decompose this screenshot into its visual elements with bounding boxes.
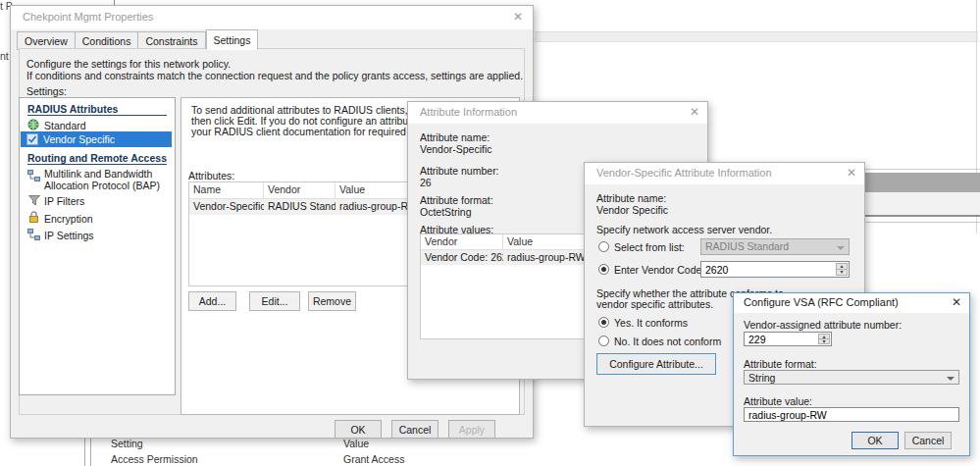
attribute-name-label: Attribute name: [596, 192, 666, 204]
attribute-format-label: Attribute format: [420, 194, 493, 206]
properties-dialog-title: Chekpoint Mgmt Properties [23, 11, 153, 23]
vendor-code-input-wrap: ▴ ▾ [700, 261, 850, 278]
configure-attribute-button[interactable]: Configure Attribute... [596, 353, 716, 375]
column-header-vendor[interactable]: Vendor [421, 234, 503, 249]
close-icon[interactable]: ✕ [690, 106, 699, 118]
select-from-list-label[interactable]: Select from list: [614, 241, 685, 253]
desktop: t P nt Setting Value Access Permission G… [0, 0, 980, 466]
tree-item-vendor-specific-label: Vendor Specific [43, 133, 115, 145]
remove-button[interactable]: Remove [308, 291, 356, 311]
tree-item-vendor-specific[interactable]: Vendor Specific [21, 131, 172, 147]
background-value-header: Value [343, 438, 369, 449]
globe-icon [27, 119, 39, 130]
enter-vendor-code-label[interactable]: Enter Vendor Code: [614, 264, 704, 276]
number-spinner[interactable]: ▴ ▾ [818, 334, 830, 344]
vendor-code-input[interactable] [703, 263, 833, 277]
vendor-specific-icon [26, 133, 38, 145]
cancel-button[interactable]: Cancel [904, 432, 952, 449]
attribute-info-title: Attribute Information [420, 106, 517, 118]
filter-icon [28, 195, 40, 206]
intro-text: Configure the settings for this network … [26, 58, 231, 70]
intro-text: If conditions and constraints match the … [26, 70, 523, 81]
spinner-down-icon[interactable]: ▾ [818, 338, 830, 344]
attribute-format-dropdown[interactable]: String [744, 370, 959, 385]
settings-tree: RADIUS Attributes Standard Vendor Specif… [19, 97, 176, 395]
column-header-name[interactable]: Name [189, 182, 264, 198]
attribute-value-label: Attribute value: [744, 395, 812, 407]
configure-vsa-dialog: Configure VSA (RFC Compliant) ✕ Vendor-a… [733, 292, 970, 456]
vendor-dropdown[interactable]: RADIUS Standard [700, 238, 850, 255]
ok-button[interactable]: OK [851, 432, 899, 449]
attribute-value-input[interactable] [747, 408, 956, 422]
background-grant-access-cell: Grant Access [343, 453, 404, 465]
vendor-assigned-number-label: Vendor-assigned attribute number: [744, 319, 902, 331]
tab-strip: Overview Conditions Constraints Settings [17, 29, 258, 50]
tree-item-encryption[interactable]: Encryption [44, 213, 93, 225]
vendor-prompt: Specify network access server vendor. [596, 224, 772, 235]
select-from-list-radio[interactable] [598, 241, 609, 252]
tree-item-multilink[interactable]: Multilink and Bandwidth [44, 168, 152, 180]
tree-item-ip-settings[interactable]: IP Settings [44, 230, 94, 241]
add-button[interactable]: Add... [188, 291, 236, 311]
attribute-name-label: Attribute name: [420, 131, 490, 143]
settings-label: Settings: [26, 85, 67, 97]
network-icon [27, 170, 40, 181]
attribute-format-label: Attribute format: [744, 358, 817, 370]
routing-remote-access-header: Routing and Remote Access [27, 152, 167, 165]
background-access-permission-cell: Access Permission [111, 453, 198, 465]
edit-button[interactable]: Edit... [249, 291, 300, 311]
vendor-assigned-number-input[interactable] [747, 333, 815, 346]
tab-settings[interactable]: Settings [206, 29, 259, 50]
cancel-button[interactable]: Cancel [391, 420, 438, 439]
attribute-format-value: OctetString [420, 206, 472, 218]
close-icon[interactable]: ✕ [513, 11, 523, 23]
vendor-assigned-number-wrap: ▴ ▾ [744, 332, 832, 346]
no-conforms-label[interactable]: No. It does not conform [614, 336, 721, 347]
apply-button: Apply [448, 420, 495, 439]
background-setting-header: Setting [111, 438, 143, 449]
attribute-value-wrap [744, 407, 959, 422]
tree-item-multilink-line2[interactable]: Allocation Protocol (BAP) [44, 180, 160, 191]
background-toolbar-band [535, 31, 978, 42]
conforms-prompt-line2: vendor specific attributes. [596, 298, 713, 310]
attribute-number-label: Attribute number: [420, 165, 499, 177]
attributes-label: Attributes: [188, 170, 234, 181]
lock-icon [28, 211, 39, 223]
radius-attributes-header: RADIUS Attributes [27, 103, 167, 116]
yes-conforms-radio[interactable] [598, 317, 609, 328]
attribute-name-value: Vendor-Specific [420, 143, 492, 155]
ok-button[interactable]: OK [335, 420, 382, 439]
attribute-number-value: 26 [420, 177, 432, 188]
network-icon [27, 229, 40, 240]
vsa-info-title: Vendor-Specific Attribute Information [596, 167, 772, 179]
configure-vsa-title: Configure VSA (RFC Compliant) [744, 296, 899, 308]
attribute-name-value: Vendor Specific [596, 204, 668, 216]
no-conforms-radio[interactable] [598, 336, 609, 346]
close-icon[interactable]: ✕ [952, 296, 961, 308]
close-icon[interactable]: ✕ [847, 167, 856, 179]
enter-vendor-code-radio[interactable] [598, 264, 609, 275]
background-text-fragment: nt [0, 50, 9, 62]
vendor-code-spinner[interactable]: ▴ ▾ [836, 263, 848, 276]
yes-conforms-label[interactable]: Yes. It conforms [614, 317, 688, 329]
column-header-vendor[interactable]: Vendor [264, 182, 335, 198]
spinner-down-icon[interactable]: ▾ [836, 269, 848, 276]
tree-item-ip-filters[interactable]: IP Filters [44, 195, 84, 207]
tree-item-standard[interactable]: Standard [44, 120, 86, 131]
